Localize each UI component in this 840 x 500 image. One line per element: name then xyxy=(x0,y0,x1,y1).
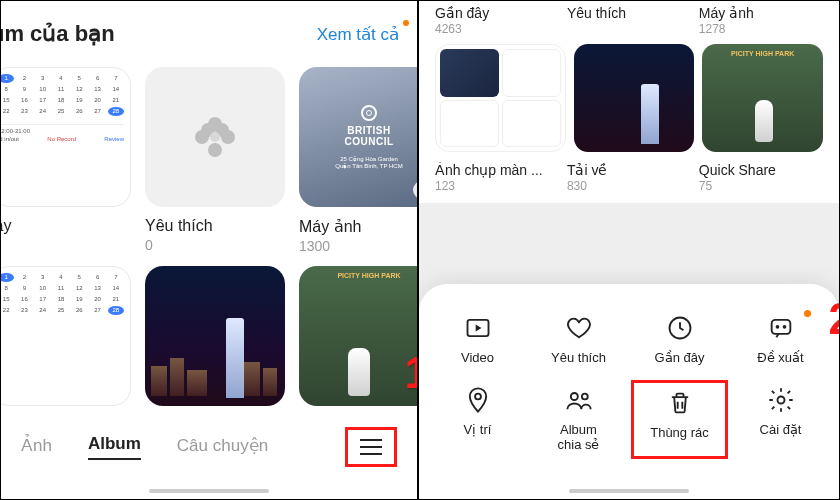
album-recent[interactable]: 1234567 891011121314 15161718192021 2223… xyxy=(1,67,131,254)
col-quickshare: Quick Share 75 xyxy=(699,162,823,193)
col-camera: Máy ảnh 1278 xyxy=(699,5,823,36)
svg-point-5 xyxy=(475,393,481,399)
clock-icon xyxy=(666,314,694,342)
download-thumb[interactable] xyxy=(574,44,695,152)
svg-point-3 xyxy=(776,326,778,328)
sheet-trash[interactable]: Thùng rác xyxy=(631,380,728,459)
gallery-top: Gần đây 4263 Yêu thích Máy ảnh 1278 xyxy=(419,1,839,203)
svg-point-6 xyxy=(570,393,577,400)
album-item[interactable]: 1234567 891011121314 15161718192021 2223… xyxy=(1,266,131,406)
favorites-thumb xyxy=(145,67,285,207)
header: um của bạn Xem tất cả xyxy=(1,1,417,57)
quickshare-thumb[interactable]: PICITY HIGH PARK xyxy=(702,44,823,152)
calendar-thumb: 1234567 891011121314 15161718192021 2223… xyxy=(1,67,131,207)
your-albums-title: um của bạn xyxy=(1,21,115,47)
col-recent: Gần đây 4263 xyxy=(435,5,559,36)
notification-dot xyxy=(804,310,811,317)
col-favorites: Yêu thích xyxy=(567,5,691,36)
album-count: 1300 xyxy=(299,238,419,254)
svg-point-4 xyxy=(783,326,785,328)
menu-sheet: Video Yêu thích Gần đây Đề xuất 2 xyxy=(419,284,839,499)
annotation-1: 1 xyxy=(405,348,419,398)
album-row-1: 1234567 891011121314 15161718192021 2223… xyxy=(1,57,417,254)
svg-point-8 xyxy=(777,396,784,403)
location-icon xyxy=(464,386,492,414)
calendar-thumb: 1234567 891011121314 15161718192021 2223… xyxy=(1,266,131,406)
sheet-location[interactable]: Vị trí xyxy=(429,380,526,459)
sheet-shared-album[interactable]: Album chia sẻ xyxy=(530,380,627,459)
see-all-link[interactable]: Xem tất cả xyxy=(317,24,399,45)
gesture-handle[interactable] xyxy=(149,489,269,493)
video-icon xyxy=(464,314,492,342)
album-camera[interactable]: BRITISHCOUNCIL 25 Cộng Hòa GardenQuận Tâ… xyxy=(299,67,419,254)
album-favorites[interactable]: Yêu thích 0 xyxy=(145,67,285,254)
sheet-favorites[interactable]: Yêu thích xyxy=(530,308,627,372)
right-screenshot: Gần đây 4263 Yêu thích Máy ảnh 1278 xyxy=(419,1,839,499)
col-downloads: Tải về 830 xyxy=(567,162,691,193)
tab-stories[interactable]: Câu chuyện xyxy=(177,435,268,460)
tab-album[interactable]: Album xyxy=(88,434,141,460)
suggest-icon xyxy=(767,314,795,342)
menu-button[interactable] xyxy=(345,427,397,467)
annotation-2: 2 xyxy=(829,294,839,344)
heart-icon xyxy=(565,314,593,342)
gesture-handle[interactable] xyxy=(569,489,689,493)
sheet-recent[interactable]: Gần đây xyxy=(631,308,728,372)
sheet-suggest[interactable]: Đề xuất 2 xyxy=(732,308,829,372)
people-icon xyxy=(565,386,593,414)
album-item[interactable]: PICITY HIGH PARK 1 xyxy=(299,266,419,406)
bottom-tabs: Ảnh Album Câu chuyện xyxy=(1,427,417,467)
album-row-2: 1234567 891011121314 15161718192021 2223… xyxy=(1,254,417,406)
album-label: Yêu thích xyxy=(145,217,285,235)
col-screenshots: Ảnh chụp màn ... 123 xyxy=(435,162,559,193)
park-thumb: PICITY HIGH PARK xyxy=(299,266,419,406)
album-item[interactable] xyxy=(145,266,285,406)
album-label: lây xyxy=(1,217,131,235)
album-count: 0 xyxy=(145,237,285,253)
svg-rect-2 xyxy=(771,320,790,334)
screenshot-thumb[interactable] xyxy=(435,44,566,152)
svg-point-7 xyxy=(581,393,587,399)
left-screenshot: um của bạn Xem tất cả 1234567 8910111213… xyxy=(1,1,419,499)
tab-photos[interactable]: Ảnh xyxy=(21,435,52,460)
gear-icon xyxy=(767,386,795,414)
night-city-thumb xyxy=(145,266,285,406)
album-label: Máy ảnh xyxy=(299,217,419,236)
trash-icon xyxy=(666,389,694,417)
sheet-video[interactable]: Video xyxy=(429,308,526,372)
sheet-settings[interactable]: Cài đặt xyxy=(732,380,829,459)
camera-thumb: BRITISHCOUNCIL 25 Cộng Hòa GardenQuận Tâ… xyxy=(299,67,419,207)
